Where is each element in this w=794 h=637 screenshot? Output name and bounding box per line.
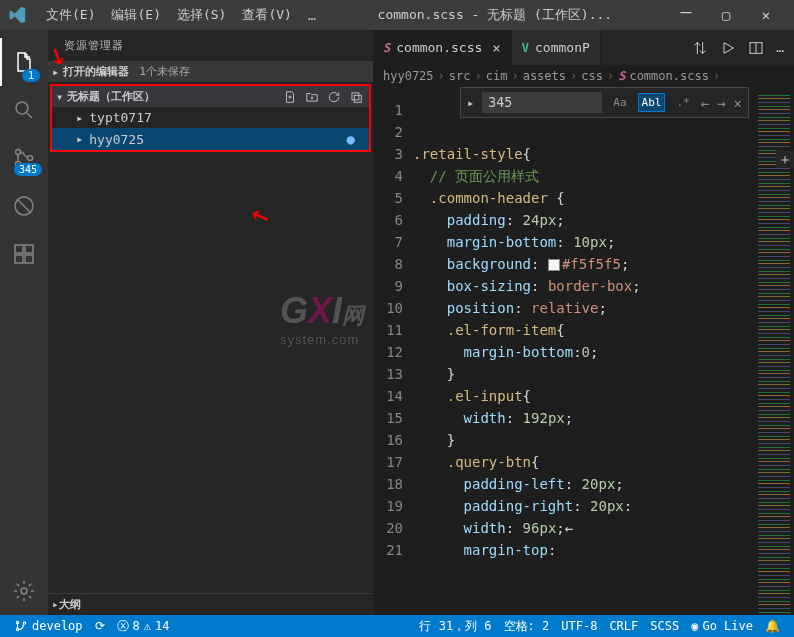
run-icon[interactable]	[720, 40, 736, 56]
scss-icon: S	[618, 69, 625, 83]
next-match-icon[interactable]: →	[717, 95, 725, 111]
menu-edit[interactable]: 编辑(E)	[103, 6, 168, 24]
tab-common-scss[interactable]: S common.scss ×	[373, 30, 512, 65]
close-find-icon[interactable]: ✕	[734, 95, 742, 111]
sidebar-title: 资源管理器	[48, 30, 373, 61]
svg-point-1	[16, 150, 21, 155]
svg-point-3	[28, 156, 33, 161]
tab-commonp[interactable]: V commonP	[512, 30, 601, 65]
chevron-right-icon: ▸	[52, 598, 59, 611]
go-live[interactable]: ◉Go Live	[685, 618, 759, 635]
extensions-icon[interactable]	[0, 230, 48, 278]
sync-button[interactable]: ⟳	[89, 619, 111, 633]
more-icon[interactable]: …	[776, 40, 784, 55]
code-content[interactable]: .retail-style{ // 页面公用样式 .common-header …	[413, 95, 754, 615]
svg-rect-6	[15, 255, 23, 263]
find-widget[interactable]: ▸ Aa Abl .* ← → ✕	[460, 87, 749, 118]
svg-point-0	[16, 102, 28, 114]
title-bar: 文件(E) 编辑(E) 选择(S) 查看(V) … common.scss - …	[0, 0, 794, 30]
svg-point-13	[16, 621, 18, 623]
status-bar: develop ⟳ ⓧ8 ⚠14 行 31，列 6 空格: 2 UTF-8 CR…	[0, 615, 794, 637]
minimize-button[interactable]: —	[666, 1, 706, 22]
crumb[interactable]: assets	[523, 69, 566, 83]
line-gutter: 123456789101112131415161718192021	[373, 95, 413, 615]
match-case-option[interactable]: Aa	[610, 94, 629, 111]
tab-label: commonP	[535, 40, 590, 55]
notifications[interactable]: 🔔	[759, 618, 786, 635]
chevron-right-icon: ▸	[76, 132, 83, 146]
tab-label: common.scss	[396, 40, 482, 55]
match-word-option[interactable]: Abl	[638, 93, 666, 112]
git-branch[interactable]: develop	[8, 619, 89, 633]
regex-option[interactable]: .*	[673, 94, 692, 111]
vue-icon: V	[522, 41, 529, 55]
crumb[interactable]: css	[581, 69, 603, 83]
outline-section[interactable]: ▸ 大纲	[48, 593, 373, 615]
collapse-icon[interactable]	[349, 90, 363, 104]
new-folder-icon[interactable]	[305, 90, 319, 104]
menu-file[interactable]: 文件(E)	[38, 6, 103, 24]
explorer-icon[interactable]: 1	[0, 38, 48, 86]
compare-icon[interactable]	[692, 40, 708, 56]
menu-more[interactable]: …	[300, 8, 324, 23]
debug-icon[interactable]	[0, 182, 48, 230]
open-editors-note: 1个未保存	[139, 64, 190, 79]
warning-icon: ⚠	[144, 619, 151, 633]
cursor-position[interactable]: 行 31，列 6	[413, 618, 497, 635]
breadcrumb[interactable]: hyy0725› src› cim› assets› css› S common…	[373, 65, 794, 87]
open-editors-label: 打开的编辑器	[63, 64, 129, 79]
language-mode[interactable]: SCSS	[644, 618, 685, 635]
indent[interactable]: 空格: 2	[498, 618, 556, 635]
folder-row[interactable]: ▸ typt0717	[52, 107, 369, 128]
svg-rect-7	[25, 255, 33, 263]
svg-point-9	[21, 588, 27, 594]
svg-rect-10	[352, 92, 359, 99]
chevron-down-icon: ▾	[56, 90, 63, 104]
broadcast-icon: ◉	[691, 619, 698, 633]
editor-tabs: S common.scss × V commonP …	[373, 30, 794, 65]
new-file-icon[interactable]	[283, 90, 297, 104]
scm-badge: 345	[14, 163, 42, 176]
crumb[interactable]: hyy0725	[383, 69, 434, 83]
outline-label: 大纲	[59, 597, 81, 612]
folder-name: typt0717	[89, 110, 152, 125]
maximize-button[interactable]: ▢	[706, 7, 746, 23]
code-area[interactable]: 123456789101112131415161718192021 .retai…	[373, 95, 794, 615]
workspace-section[interactable]: ▾ 无标题（工作区）	[52, 86, 369, 107]
modified-indicator-icon: ●	[347, 131, 355, 147]
folder-row[interactable]: ▸ hyy0725 ●	[52, 128, 369, 150]
workspace-folders: ▾ 无标题（工作区） ▸ typt0717 ▸ hyy0725 ●	[50, 84, 371, 152]
explorer-sidebar: 资源管理器 ▸ 打开的编辑器 1个未保存 ▾ 无标题（工作区） ▸ typt07…	[48, 30, 373, 615]
menu-select[interactable]: 选择(S)	[169, 6, 234, 24]
create-file-icon[interactable]: ＋	[776, 150, 794, 168]
close-tab-icon[interactable]: ×	[492, 40, 500, 56]
vscode-icon	[8, 6, 26, 24]
activity-bar: 1 345	[0, 30, 48, 615]
toggle-replace-icon[interactable]: ▸	[467, 96, 474, 110]
crumb[interactable]: S common.scss	[618, 69, 709, 83]
error-icon: ⓧ	[117, 618, 129, 635]
svg-point-15	[23, 622, 25, 624]
encoding[interactable]: UTF-8	[555, 618, 603, 635]
prev-match-icon[interactable]: ←	[701, 95, 709, 111]
svg-rect-5	[15, 245, 23, 253]
eol[interactable]: CRLF	[603, 618, 644, 635]
split-icon[interactable]	[748, 40, 764, 56]
explorer-badge: 1	[22, 69, 40, 82]
refresh-icon[interactable]	[327, 90, 341, 104]
svg-point-14	[16, 628, 18, 630]
search-icon[interactable]	[0, 86, 48, 134]
chevron-right-icon: ▸	[76, 111, 83, 125]
menu-view[interactable]: 查看(V)	[234, 6, 299, 24]
open-editors-section[interactable]: ▸ 打开的编辑器 1个未保存	[48, 61, 373, 82]
settings-icon[interactable]	[0, 567, 48, 615]
editor-area: S common.scss × V commonP … hyy0725› src…	[373, 30, 794, 615]
errors-count[interactable]: ⓧ8 ⚠14	[111, 618, 176, 635]
find-input[interactable]	[482, 92, 602, 113]
crumb[interactable]: cim	[486, 69, 508, 83]
crumb[interactable]: src	[449, 69, 471, 83]
close-button[interactable]: ✕	[746, 7, 786, 23]
minimap[interactable]	[754, 95, 794, 615]
source-control-icon[interactable]: 345	[0, 134, 48, 182]
window-title: common.scss - 无标题 (工作区)...	[324, 6, 666, 24]
